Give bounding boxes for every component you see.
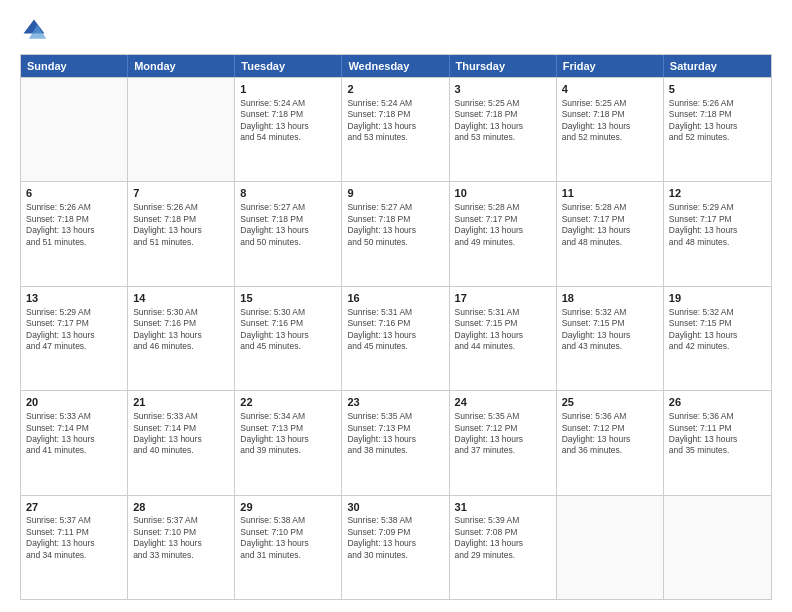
calendar-cell (21, 78, 128, 181)
day-number: 23 (347, 395, 443, 410)
calendar-week-row: 6Sunrise: 5:26 AM Sunset: 7:18 PM Daylig… (21, 181, 771, 285)
calendar-cell: 7Sunrise: 5:26 AM Sunset: 7:18 PM Daylig… (128, 182, 235, 285)
weekday-header: Thursday (450, 55, 557, 77)
cell-info: Sunrise: 5:26 AM Sunset: 7:18 PM Dayligh… (26, 202, 122, 248)
day-number: 13 (26, 291, 122, 306)
calendar-cell: 26Sunrise: 5:36 AM Sunset: 7:11 PM Dayli… (664, 391, 771, 494)
calendar-cell: 10Sunrise: 5:28 AM Sunset: 7:17 PM Dayli… (450, 182, 557, 285)
cell-info: Sunrise: 5:37 AM Sunset: 7:11 PM Dayligh… (26, 515, 122, 561)
calendar-cell: 21Sunrise: 5:33 AM Sunset: 7:14 PM Dayli… (128, 391, 235, 494)
calendar-cell: 31Sunrise: 5:39 AM Sunset: 7:08 PM Dayli… (450, 496, 557, 599)
calendar-cell: 2Sunrise: 5:24 AM Sunset: 7:18 PM Daylig… (342, 78, 449, 181)
day-number: 9 (347, 186, 443, 201)
cell-info: Sunrise: 5:37 AM Sunset: 7:10 PM Dayligh… (133, 515, 229, 561)
cell-info: Sunrise: 5:38 AM Sunset: 7:09 PM Dayligh… (347, 515, 443, 561)
logo-icon (20, 16, 48, 44)
day-number: 19 (669, 291, 766, 306)
calendar-cell: 27Sunrise: 5:37 AM Sunset: 7:11 PM Dayli… (21, 496, 128, 599)
calendar-week-row: 20Sunrise: 5:33 AM Sunset: 7:14 PM Dayli… (21, 390, 771, 494)
day-number: 2 (347, 82, 443, 97)
day-number: 14 (133, 291, 229, 306)
calendar-cell: 8Sunrise: 5:27 AM Sunset: 7:18 PM Daylig… (235, 182, 342, 285)
cell-info: Sunrise: 5:25 AM Sunset: 7:18 PM Dayligh… (562, 98, 658, 144)
calendar-cell: 13Sunrise: 5:29 AM Sunset: 7:17 PM Dayli… (21, 287, 128, 390)
calendar-cell: 15Sunrise: 5:30 AM Sunset: 7:16 PM Dayli… (235, 287, 342, 390)
calendar-cell: 14Sunrise: 5:30 AM Sunset: 7:16 PM Dayli… (128, 287, 235, 390)
weekday-header: Saturday (664, 55, 771, 77)
calendar-cell: 24Sunrise: 5:35 AM Sunset: 7:12 PM Dayli… (450, 391, 557, 494)
calendar-week-row: 27Sunrise: 5:37 AM Sunset: 7:11 PM Dayli… (21, 495, 771, 599)
weekday-header: Friday (557, 55, 664, 77)
day-number: 8 (240, 186, 336, 201)
cell-info: Sunrise: 5:30 AM Sunset: 7:16 PM Dayligh… (240, 307, 336, 353)
day-number: 20 (26, 395, 122, 410)
calendar-cell: 16Sunrise: 5:31 AM Sunset: 7:16 PM Dayli… (342, 287, 449, 390)
cell-info: Sunrise: 5:35 AM Sunset: 7:13 PM Dayligh… (347, 411, 443, 457)
calendar-cell: 12Sunrise: 5:29 AM Sunset: 7:17 PM Dayli… (664, 182, 771, 285)
weekday-header: Wednesday (342, 55, 449, 77)
calendar-cell: 6Sunrise: 5:26 AM Sunset: 7:18 PM Daylig… (21, 182, 128, 285)
cell-info: Sunrise: 5:24 AM Sunset: 7:18 PM Dayligh… (347, 98, 443, 144)
cell-info: Sunrise: 5:29 AM Sunset: 7:17 PM Dayligh… (669, 202, 766, 248)
cell-info: Sunrise: 5:33 AM Sunset: 7:14 PM Dayligh… (133, 411, 229, 457)
calendar-cell: 17Sunrise: 5:31 AM Sunset: 7:15 PM Dayli… (450, 287, 557, 390)
calendar-cell: 25Sunrise: 5:36 AM Sunset: 7:12 PM Dayli… (557, 391, 664, 494)
calendar-cell: 20Sunrise: 5:33 AM Sunset: 7:14 PM Dayli… (21, 391, 128, 494)
day-number: 25 (562, 395, 658, 410)
cell-info: Sunrise: 5:27 AM Sunset: 7:18 PM Dayligh… (347, 202, 443, 248)
cell-info: Sunrise: 5:31 AM Sunset: 7:15 PM Dayligh… (455, 307, 551, 353)
calendar-cell: 4Sunrise: 5:25 AM Sunset: 7:18 PM Daylig… (557, 78, 664, 181)
cell-info: Sunrise: 5:26 AM Sunset: 7:18 PM Dayligh… (133, 202, 229, 248)
cell-info: Sunrise: 5:39 AM Sunset: 7:08 PM Dayligh… (455, 515, 551, 561)
cell-info: Sunrise: 5:31 AM Sunset: 7:16 PM Dayligh… (347, 307, 443, 353)
calendar-cell (664, 496, 771, 599)
calendar-cell: 28Sunrise: 5:37 AM Sunset: 7:10 PM Dayli… (128, 496, 235, 599)
weekday-header: Tuesday (235, 55, 342, 77)
day-number: 21 (133, 395, 229, 410)
day-number: 16 (347, 291, 443, 306)
cell-info: Sunrise: 5:30 AM Sunset: 7:16 PM Dayligh… (133, 307, 229, 353)
day-number: 18 (562, 291, 658, 306)
calendar-cell: 9Sunrise: 5:27 AM Sunset: 7:18 PM Daylig… (342, 182, 449, 285)
day-number: 27 (26, 500, 122, 515)
cell-info: Sunrise: 5:25 AM Sunset: 7:18 PM Dayligh… (455, 98, 551, 144)
calendar-cell: 23Sunrise: 5:35 AM Sunset: 7:13 PM Dayli… (342, 391, 449, 494)
cell-info: Sunrise: 5:29 AM Sunset: 7:17 PM Dayligh… (26, 307, 122, 353)
cell-info: Sunrise: 5:26 AM Sunset: 7:18 PM Dayligh… (669, 98, 766, 144)
calendar-header: SundayMondayTuesdayWednesdayThursdayFrid… (21, 55, 771, 77)
calendar-cell: 5Sunrise: 5:26 AM Sunset: 7:18 PM Daylig… (664, 78, 771, 181)
day-number: 1 (240, 82, 336, 97)
calendar-week-row: 13Sunrise: 5:29 AM Sunset: 7:17 PM Dayli… (21, 286, 771, 390)
calendar-cell: 30Sunrise: 5:38 AM Sunset: 7:09 PM Dayli… (342, 496, 449, 599)
cell-info: Sunrise: 5:33 AM Sunset: 7:14 PM Dayligh… (26, 411, 122, 457)
calendar: SundayMondayTuesdayWednesdayThursdayFrid… (20, 54, 772, 600)
calendar-cell: 18Sunrise: 5:32 AM Sunset: 7:15 PM Dayli… (557, 287, 664, 390)
day-number: 12 (669, 186, 766, 201)
header (20, 16, 772, 44)
day-number: 10 (455, 186, 551, 201)
cell-info: Sunrise: 5:36 AM Sunset: 7:12 PM Dayligh… (562, 411, 658, 457)
day-number: 24 (455, 395, 551, 410)
logo (20, 16, 52, 44)
day-number: 6 (26, 186, 122, 201)
day-number: 5 (669, 82, 766, 97)
cell-info: Sunrise: 5:28 AM Sunset: 7:17 PM Dayligh… (455, 202, 551, 248)
calendar-cell: 1Sunrise: 5:24 AM Sunset: 7:18 PM Daylig… (235, 78, 342, 181)
calendar-cell: 22Sunrise: 5:34 AM Sunset: 7:13 PM Dayli… (235, 391, 342, 494)
day-number: 7 (133, 186, 229, 201)
day-number: 26 (669, 395, 766, 410)
cell-info: Sunrise: 5:28 AM Sunset: 7:17 PM Dayligh… (562, 202, 658, 248)
calendar-cell: 29Sunrise: 5:38 AM Sunset: 7:10 PM Dayli… (235, 496, 342, 599)
cell-info: Sunrise: 5:35 AM Sunset: 7:12 PM Dayligh… (455, 411, 551, 457)
cell-info: Sunrise: 5:32 AM Sunset: 7:15 PM Dayligh… (669, 307, 766, 353)
calendar-cell (128, 78, 235, 181)
day-number: 28 (133, 500, 229, 515)
weekday-header: Monday (128, 55, 235, 77)
cell-info: Sunrise: 5:34 AM Sunset: 7:13 PM Dayligh… (240, 411, 336, 457)
calendar-cell (557, 496, 664, 599)
calendar-week-row: 1Sunrise: 5:24 AM Sunset: 7:18 PM Daylig… (21, 77, 771, 181)
day-number: 30 (347, 500, 443, 515)
cell-info: Sunrise: 5:36 AM Sunset: 7:11 PM Dayligh… (669, 411, 766, 457)
day-number: 22 (240, 395, 336, 410)
calendar-cell: 3Sunrise: 5:25 AM Sunset: 7:18 PM Daylig… (450, 78, 557, 181)
